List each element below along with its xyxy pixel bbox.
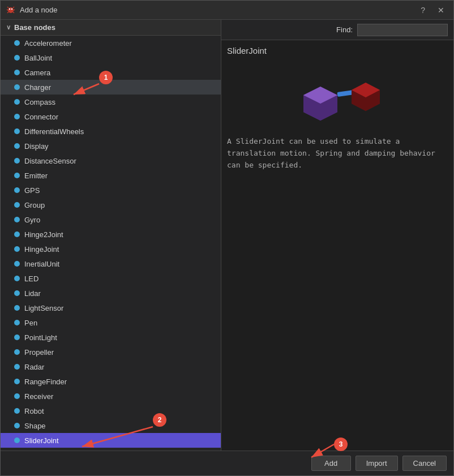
node-dot-icon — [14, 70, 20, 75]
node-dot-icon — [14, 202, 20, 208]
node-dot-icon — [14, 187, 20, 193]
svg-line-4 — [13, 7, 14, 8]
node-label: Radar — [24, 363, 44, 371]
node-dot-icon — [14, 40, 20, 46]
node-dot-icon — [14, 173, 20, 178]
bottom-bar: Add Import Cancel — [1, 451, 453, 475]
node-dot-icon — [14, 143, 20, 149]
node-item[interactable]: Hinge2Joint — [1, 227, 221, 242]
node-image-area — [227, 61, 448, 129]
node-item[interactable]: Group — [1, 198, 221, 212]
node-label: LightSensor — [24, 304, 63, 312]
import-button[interactable]: Import — [356, 456, 398, 471]
node-item[interactable]: Shape — [1, 418, 221, 433]
node-item[interactable]: DistanceSensor — [1, 153, 221, 168]
close-button[interactable]: ✕ — [434, 5, 448, 16]
node-dot-icon — [14, 408, 20, 414]
node-list[interactable]: AccelerometerBallJointCameraChargerCompa… — [1, 36, 221, 451]
node-item[interactable]: InertialUnit — [1, 256, 221, 271]
tree-header-label: Base nodes — [14, 23, 55, 32]
node-item[interactable]: Camera — [1, 65, 221, 80]
help-button[interactable]: ? — [417, 5, 429, 16]
svg-line-7 — [7, 12, 8, 13]
app-icon — [6, 6, 15, 15]
svg-line-8 — [13, 12, 14, 13]
node-dot-icon — [14, 276, 20, 281]
node-item[interactable]: Gyro — [1, 212, 221, 227]
node-dot-icon — [14, 158, 20, 164]
left-panel: ∨ Base nodes AccelerometerBallJointCamer… — [1, 20, 221, 451]
node-item[interactable]: Emitter — [1, 168, 221, 183]
node-description: A SliderJoint can be used to simulate a … — [227, 136, 448, 171]
node-dot-icon — [14, 246, 20, 252]
cancel-button[interactable]: Cancel — [402, 456, 447, 471]
node-label: BallJoint — [24, 54, 52, 62]
node-item[interactable]: Lidar — [1, 286, 221, 301]
node-dot-icon — [14, 290, 20, 296]
node-label: Connector — [24, 113, 58, 121]
tree-chevron: ∨ — [6, 24, 11, 31]
node-label: Accelerometer — [24, 39, 72, 48]
node-dot-icon — [14, 114, 20, 119]
svg-line-6 — [14, 10, 15, 10]
node-item[interactable]: Propeller — [1, 345, 221, 359]
node-label: Gyro — [24, 216, 40, 224]
right-panel: Find: SliderJoint — [221, 20, 453, 451]
node-label: Robot — [24, 407, 44, 415]
add-button[interactable]: Add — [311, 456, 351, 471]
node-label: InertialUnit — [24, 260, 59, 268]
node-item[interactable]: HingeJoint — [1, 242, 221, 256]
node-item[interactable]: Radar — [1, 359, 221, 374]
node-item[interactable]: Pen — [1, 315, 221, 330]
node-item[interactable]: Robot — [1, 404, 221, 418]
node-label: SliderJoint — [24, 436, 59, 445]
node-dot-icon — [14, 364, 20, 370]
node-item[interactable]: RangeFinder — [1, 374, 221, 389]
node-item[interactable]: LED — [1, 271, 221, 286]
content-area: ∨ Base nodes AccelerometerBallJointCamer… — [1, 20, 453, 451]
find-input[interactable] — [357, 24, 448, 36]
node-dot-icon — [14, 128, 20, 134]
node-label: Shape — [24, 422, 46, 430]
node-item[interactable]: GPS — [1, 183, 221, 198]
node-item[interactable]: Accelerometer — [1, 36, 221, 50]
node-item[interactable]: SliderJoint — [1, 433, 221, 448]
node-dot-icon — [14, 423, 20, 428]
node-label: Display — [24, 142, 49, 151]
node-label: GPS — [24, 186, 40, 195]
node-dot-icon — [14, 320, 20, 325]
node-dot-icon — [14, 217, 20, 222]
node-preview-image — [292, 70, 383, 121]
node-label: Receiver — [24, 392, 53, 401]
node-label: DistanceSensor — [24, 157, 76, 165]
node-item[interactable]: DifferentialWheels — [1, 124, 221, 139]
window-title: Add a node — [20, 6, 58, 14]
node-label: Hinge2Joint — [24, 230, 63, 239]
node-dot-icon — [14, 305, 20, 311]
node-item[interactable]: Display — [1, 139, 221, 153]
node-label: RangeFinder — [24, 378, 67, 386]
node-label: Lidar — [24, 289, 41, 298]
node-item[interactable]: BallJoint — [1, 50, 221, 65]
node-dot-icon — [14, 379, 20, 384]
node-label: PointLight — [24, 333, 57, 342]
node-item[interactable]: LightSensor — [1, 301, 221, 315]
node-item[interactable]: Receiver — [1, 389, 221, 404]
svg-point-2 — [11, 8, 12, 9]
node-label: Camera — [24, 68, 50, 77]
node-label: DifferentialWheels — [24, 127, 84, 136]
title-bar-left: Add a node — [6, 6, 58, 15]
node-label: Propeller — [24, 348, 54, 357]
tree-header[interactable]: ∨ Base nodes — [1, 20, 221, 36]
node-item[interactable]: Charger — [1, 80, 221, 95]
node-dot-icon — [14, 349, 20, 355]
node-item[interactable]: Compass — [1, 95, 221, 109]
node-dot-icon — [14, 231, 20, 237]
node-label: Compass — [24, 98, 55, 106]
node-label: LED — [24, 275, 38, 283]
node-dot-icon — [14, 335, 20, 340]
node-item[interactable]: Connector — [1, 109, 221, 124]
node-label: Group — [24, 201, 45, 209]
node-item[interactable]: PointLight — [1, 330, 221, 345]
node-dot-icon — [14, 438, 20, 443]
